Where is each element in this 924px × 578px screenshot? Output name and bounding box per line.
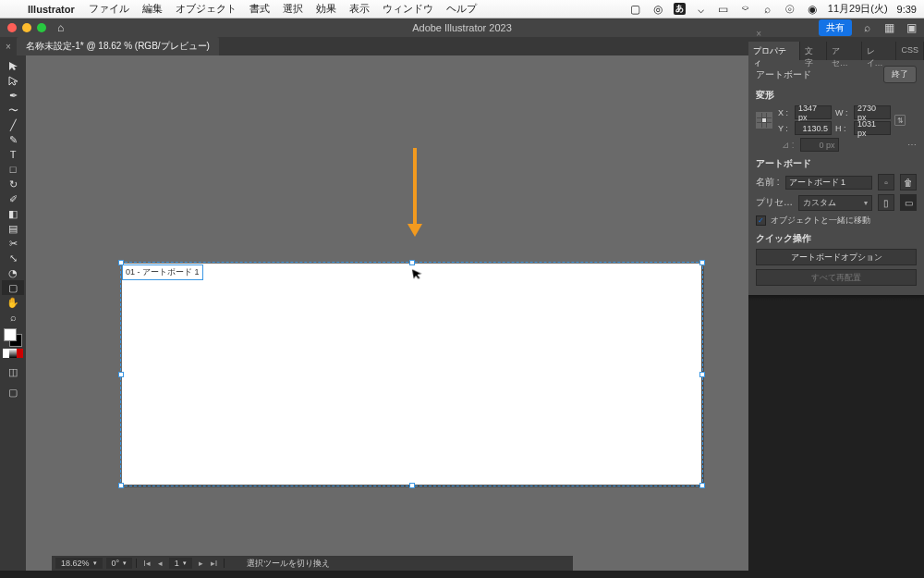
y-input[interactable]: 1130.5 [795,121,832,135]
w-input[interactable]: 2730 px [854,105,891,119]
move-with-objects-checkbox[interactable]: ✓ オブジェクトと一緒に移動 [756,215,917,227]
status-circle-icon[interactable]: ◎ [651,3,664,16]
link-wh-icon[interactable]: ⇅ [894,115,906,126]
type-tool[interactable]: T [2,147,24,162]
panel-close-icon[interactable]: × [756,29,761,39]
macos-menu-bar: Illustrator ファイル 編集 オブジェクト 書式 選択 効果 表示 ウ… [0,0,924,18]
rotate-view-field[interactable]: 0°▾ [106,558,133,569]
preset-label: プリセ… [756,196,793,209]
status-controlcenter-icon[interactable]: ⦾ [784,3,796,16]
scissors-tool[interactable]: ✂ [2,236,24,251]
status-hint: 選択ツールを切り換え [247,558,330,570]
window-minimize-button[interactable] [22,23,31,32]
rectangle-tool[interactable]: □ [2,162,24,177]
artboard-tool[interactable]: ▢ [2,280,24,295]
artboard-page-field[interactable]: 1▾ [169,558,192,569]
status-bluetooth-icon[interactable]: ⌵ [695,3,708,16]
menubar-date[interactable]: 11月29日(火) [828,2,888,16]
eraser-tool[interactable]: ◧ [2,206,24,221]
zoom-value: 18.62% [61,559,90,568]
menu-file[interactable]: ファイル [89,2,129,16]
tab-layers[interactable]: レイ… [862,42,897,60]
artboard-name-input[interactable]: アートボード 1 [785,176,872,190]
pen-tool[interactable]: ✒ [2,88,24,103]
app-title: Adobe Illustrator 2023 [412,22,512,33]
page-value: 1 [175,559,179,568]
artboard-label[interactable]: 01 - アートボード 1 [122,264,203,280]
color-mode-switch[interactable] [3,349,23,358]
rotate-value: 0° [112,559,120,568]
artboard-nav[interactable]: I◂◂ [140,559,165,568]
status-siri-icon[interactable]: ◉ [806,3,819,16]
status-ime-icon[interactable]: あ [674,3,686,15]
hand-tool[interactable]: ✋ [2,295,24,310]
fill-stroke-swatch[interactable] [4,328,22,347]
menu-window[interactable]: ウィンドウ [383,2,433,16]
tab-assets[interactable]: アセ… [827,42,862,60]
screen-mode-icon[interactable]: ▢ [4,386,22,399]
direct-selection-tool[interactable] [2,73,24,88]
h-input[interactable]: 1031 px [854,121,891,135]
name-label: 名前 : [756,176,780,189]
home-icon[interactable]: ⌂ [57,21,64,34]
share-button[interactable]: 共有 [819,19,852,36]
transform-heading: 変形 [756,89,917,102]
artboard-nav-fwd[interactable]: ▸▸I [196,559,221,568]
tab-css[interactable]: CSS [896,42,924,60]
orientation-portrait-icon[interactable]: ▯ [878,194,894,211]
window-zoom-button[interactable] [37,23,46,32]
selection-tool[interactable] [2,58,24,73]
canvas[interactable]: 01 - アートボード 1 18.62%▾ 0°▾ I◂◂ 1▾ ▸▸I 選択ツ… [26,55,748,571]
workspace-switcher-icon[interactable]: ▣ [904,20,918,35]
artboard-options-button[interactable]: アートボードオプション [756,249,917,265]
paintbrush-tool[interactable]: ✎ [2,132,24,147]
preset-value: カスタム [803,197,836,209]
free-transform-tool[interactable]: ⤡ [2,251,24,265]
curvature-tool[interactable]: 〜 [2,103,24,117]
titlebar-search-icon[interactable]: ⌕ [859,20,874,35]
menubar-time[interactable]: 9:39 [897,4,917,15]
menu-view[interactable]: 表示 [349,2,370,16]
status-sidecar-icon[interactable]: ▢ [629,3,642,16]
menubar-appname[interactable]: Illustrator [28,4,75,15]
menu-select[interactable]: 選択 [283,2,303,16]
quick-actions-heading: クイック操作 [756,232,917,245]
x-input[interactable]: 1347 px [795,105,832,119]
rotate-tool[interactable]: ↻ [2,177,24,191]
rearrange-all-button: すべて再配置 [756,269,917,286]
eyedropper-tool[interactable]: ✐ [2,191,24,206]
done-button[interactable]: 終了 [883,66,917,83]
menu-edit[interactable]: 編集 [142,2,163,16]
status-wifi-icon[interactable]: ⌔ [739,3,752,16]
menu-type[interactable]: 書式 [249,2,270,16]
tool-panel: ✒ 〜 ╱ ✎ T □ ↻ ✐ ◧ ▤ ✂ ⤡ ◔ ▢ ✋ ⌕ ◫ ▢ [0,55,26,571]
reference-point-selector[interactable] [756,112,774,129]
status-battery-icon[interactable]: ▭ [717,3,730,16]
zoom-tool[interactable]: ⌕ [2,310,24,325]
window-close-button[interactable] [7,23,17,32]
shape-builder-tool[interactable]: ◔ [2,265,24,280]
orientation-landscape-icon[interactable]: ▭ [900,194,917,211]
menu-help[interactable]: ヘルプ [446,2,477,16]
draw-mode-icon[interactable]: ◫ [4,365,22,378]
menu-effect[interactable]: 効果 [316,2,336,16]
tab-character[interactable]: 文字 [800,42,827,60]
properties-panel: × プロパティ 文字 アセ… レイ… CSS アートボード 終了 変形 X : … [748,42,924,301]
artboard-heading: アートボード [756,157,917,170]
document-tab[interactable]: 名称未設定-1* @ 18.62 % (RGB/プレビュー) [17,37,219,55]
artboard[interactable] [122,264,701,485]
close-tab-icon[interactable]: × [6,42,11,52]
delete-artboard-icon[interactable]: 🗑 [900,174,917,191]
more-options-icon[interactable]: ⋯ [907,140,917,150]
move-with-objects-label: オブジェクトと一緒に移動 [771,215,870,227]
arrange-documents-icon[interactable]: ▦ [881,20,896,35]
tab-properties[interactable]: プロパティ [748,42,800,60]
status-bar: 18.62%▾ 0°▾ I◂◂ 1▾ ▸▸I 選択ツールを切り換え [52,556,573,571]
status-search-icon[interactable]: ⌕ [761,3,774,16]
new-artboard-icon[interactable]: ▫ [878,174,894,191]
zoom-field[interactable]: 18.62%▾ [55,558,103,569]
preset-select[interactable]: カスタム [798,195,872,211]
gradient-tool[interactable]: ▤ [2,221,24,236]
line-tool[interactable]: ╱ [2,117,24,132]
menu-object[interactable]: オブジェクト [176,2,237,16]
